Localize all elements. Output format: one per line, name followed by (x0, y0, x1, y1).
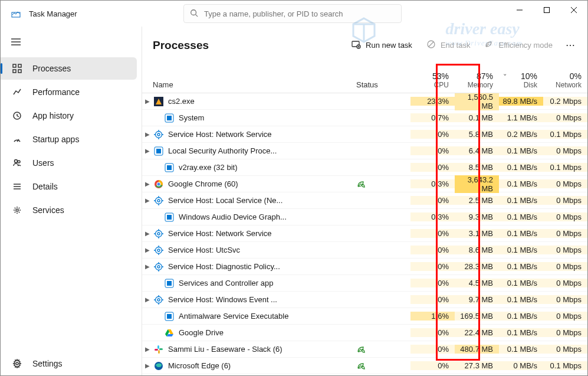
gear-icon (11, 205, 23, 215)
column-header-status[interactable]: Status (356, 80, 410, 89)
sidebar-item-label: Processes (32, 64, 71, 73)
expand-chevron-icon[interactable]: ▶ (142, 197, 153, 204)
cpu-cell: 0.3% (410, 179, 455, 188)
table-row[interactable]: ▶Service Host: Diagnostic Policy...0%28.… (142, 259, 587, 275)
table-row[interactable]: ▶Windows Explorer (2)0.4%96.8 MB0 MB/s0 … (142, 374, 587, 375)
table-row[interactable]: ▶Local Security Authority Proce...0%6.4 … (142, 143, 587, 159)
table-row[interactable]: Windows Audio Device Graph...0.3%9.3 MB0… (142, 209, 587, 225)
table-row[interactable]: ▶Sammi Liu - Easeware - Slack (6)0%480.7… (142, 341, 587, 358)
memory-cell: 3.1 MB (455, 229, 499, 238)
expand-chevron-icon[interactable]: ▶ (142, 181, 153, 187)
gauge-icon (11, 135, 23, 144)
network-cell: 0 Mbps (543, 229, 587, 238)
search-icon (190, 9, 198, 19)
process-name: Sammi Liu - Easeware - Slack (6) (168, 345, 356, 354)
cpu-cell: 0% (410, 328, 455, 337)
svg-rect-16 (18, 70, 21, 73)
expand-chevron-icon[interactable]: ▶ (142, 346, 153, 352)
sidebar-item-services[interactable]: Services (1, 199, 137, 221)
sidebar-item-startup-apps[interactable]: Startup apps (1, 128, 137, 151)
memory-cell: 2.5 MB (455, 196, 499, 205)
search-box[interactable] (183, 4, 402, 23)
svg-point-1 (191, 9, 196, 15)
memory-cell: 480.7 MB (455, 345, 499, 354)
more-options-button[interactable]: ⋯ (561, 36, 580, 54)
process-table[interactable]: Name Status 53%CPU 87%Memory ⌄10%Disk 0%… (142, 64, 587, 375)
cpu-cell: 0% (410, 229, 455, 238)
process-name: Service Host: UtcSvc (168, 246, 356, 254)
table-row[interactable]: Antimalware Service Executable1.6%169.5 … (142, 308, 587, 325)
sidebar-item-processes[interactable]: Processes (1, 57, 137, 80)
table-row[interactable]: ▶Service Host: Network Service0%5.8 MB0.… (142, 126, 587, 143)
process-name: Service Host: Windows Event ... (168, 295, 356, 304)
sidebar-item-details[interactable]: Details (1, 175, 137, 198)
minimize-button[interactable] (506, 1, 533, 19)
sidebar-item-label: Settings (32, 359, 63, 368)
table-row[interactable]: System0.7%0.1 MB1.1 MB/s0 Mbps (142, 110, 587, 126)
network-cell: 0 Mbps (543, 295, 587, 304)
sidebar-item-app-history[interactable]: App history (1, 104, 137, 127)
column-header-memory[interactable]: 87%Memory (455, 71, 499, 89)
svg-rect-38 (156, 149, 161, 153)
disk-cell: 89.8 MB/s (499, 97, 543, 106)
sidebar-item-label: Users (32, 158, 54, 168)
run-new-task-button[interactable]: Run new task (346, 36, 418, 54)
process-name: System (179, 113, 356, 122)
hamburger-button[interactable] (1, 32, 142, 57)
svg-point-51 (156, 247, 162, 253)
process-icon (165, 113, 174, 123)
column-header-cpu[interactable]: 53%CPU (410, 71, 455, 89)
memory-cell: 28.3 MB (455, 262, 499, 271)
network-cell: 0.1 Mbps (543, 130, 587, 139)
column-header-name[interactable]: Name (142, 80, 356, 89)
process-icon (165, 312, 174, 321)
expand-chevron-icon[interactable]: ▶ (142, 230, 153, 237)
maximize-button[interactable] (533, 1, 560, 19)
expand-chevron-icon[interactable]: ▶ (142, 296, 153, 303)
table-row[interactable]: ▶Service Host: Network Service0%3.1 MB0.… (142, 225, 587, 242)
disk-cell: 1.1 MB/s (499, 113, 543, 122)
expand-chevron-icon[interactable]: ▶ (142, 263, 153, 270)
expand-chevron-icon[interactable]: ▶ (142, 148, 153, 154)
process-name: Services and Controller app (179, 279, 356, 287)
table-row[interactable]: ▶Service Host: Local Service (Ne...0%2.5… (142, 192, 587, 209)
svg-rect-63 (155, 349, 158, 351)
leaf-icon (484, 40, 494, 51)
memory-cell: 4.5 MB (455, 279, 499, 287)
process-icon (154, 295, 163, 305)
table-row[interactable]: ▶Microsoft Edge (6)0%27.3 MB0 MB/s0.1 Mb… (142, 358, 587, 374)
svg-rect-13 (13, 64, 16, 67)
memory-cell: 22.4 MB (455, 328, 499, 337)
sidebar-item-performance[interactable]: Performance (1, 81, 137, 103)
table-row[interactable]: ▶cs2.exe23.3%1,560.5 MB89.8 MB/s0.2 Mbps (142, 93, 587, 110)
table-row[interactable]: v2ray.exe (32 bit)0%8.5 MB0.1 MB/s0.1 Mb… (142, 159, 587, 176)
svg-point-24 (16, 209, 18, 211)
sidebar-item-label: Startup apps (32, 135, 79, 144)
table-row[interactable]: ▶Service Host: UtcSvc0%8.6 MB0.1 MB/s0 M… (142, 242, 587, 259)
disk-cell: 0.1 MB/s (499, 312, 543, 321)
cpu-cell: 0% (410, 246, 455, 254)
efficiency-mode-button[interactable]: Efficiency mode (478, 36, 559, 54)
process-name: Service Host: Diagnostic Policy... (168, 262, 356, 271)
table-row[interactable]: Services and Controller app0%4.5 MB0.1 M… (142, 275, 587, 292)
search-input[interactable] (204, 9, 395, 18)
process-name: Service Host: Network Service (168, 229, 356, 238)
close-button[interactable] (560, 1, 587, 19)
column-header-network[interactable]: 0%Network (543, 71, 587, 89)
network-cell: 0 Mbps (543, 196, 587, 205)
process-name: Service Host: Network Service (168, 130, 356, 139)
expand-chevron-icon[interactable]: ▶ (142, 362, 153, 369)
column-header-disk[interactable]: ⌄10%Disk (499, 71, 543, 89)
run-task-icon (352, 40, 361, 51)
svg-point-44 (157, 200, 160, 202)
sidebar-item-settings[interactable]: Settings (1, 352, 137, 375)
disk-cell: 0.1 MB/s (499, 295, 543, 304)
table-row[interactable]: Google Drive0%22.4 MB0.1 MB/s0 Mbps (142, 325, 587, 341)
expand-chevron-icon[interactable]: ▶ (142, 98, 153, 104)
table-row[interactable]: ▶Google Chrome (60)0.3%3,643.2 MB0.1 MB/… (142, 176, 587, 192)
end-task-button[interactable]: End task (421, 36, 477, 54)
expand-chevron-icon[interactable]: ▶ (142, 131, 153, 138)
expand-chevron-icon[interactable]: ▶ (142, 247, 153, 253)
sidebar-item-users[interactable]: Users (1, 152, 137, 174)
table-row[interactable]: ▶Service Host: Windows Event ...0%9.7 MB… (142, 292, 587, 308)
